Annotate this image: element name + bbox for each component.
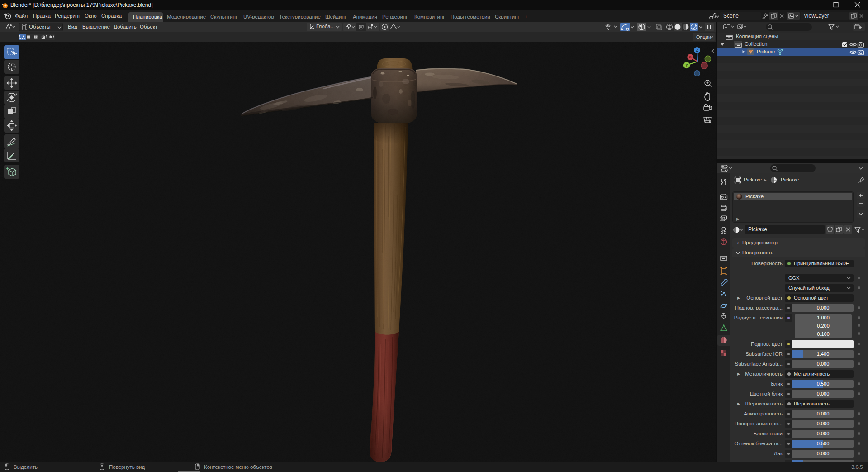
svg-text:X: X — [689, 55, 692, 59]
svg-text:Y: Y — [685, 63, 688, 67]
svg-text:Z: Z — [696, 48, 698, 52]
